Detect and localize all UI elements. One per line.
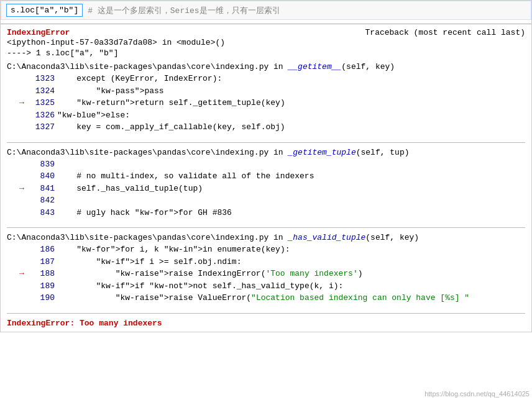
watermark: https://blog.csdn.net/qq_44614025 <box>424 390 530 398</box>
traceback-section: C:\Anaconda3\lib\site-packages\pandas\co… <box>1 229 531 312</box>
code-line: 1327 key = com._apply_if_callable(key, s… <box>19 121 525 134</box>
sections-container: C:\Anaconda3\lib\site-packages\pandas\co… <box>1 58 531 312</box>
line-number: 1323 <box>33 73 55 85</box>
code-comment: # 这是一个多层索引，Series是一维，只有一层索引 <box>88 5 280 16</box>
traceback-label: Traceback (most recent call last) <box>365 28 525 37</box>
line-number: 189 <box>33 280 55 293</box>
main-container: s.loc["a","b"] # 这是一个多层索引，Series是一维，只有一层… <box>0 0 532 332</box>
footer-error: IndexingError: Too many indexers <box>1 315 531 332</box>
section-divider <box>7 142 525 143</box>
line-code-text: # no multi-index, so validate all of the… <box>57 170 314 183</box>
line-number: 186 <box>33 243 55 256</box>
line-arrow: → <box>19 183 30 195</box>
line-code-text: "kw-for">for i, k "kw-in">in enumerate(k… <box>57 243 290 256</box>
code-line: 840 # no multi-index, so validate all of… <box>19 170 525 183</box>
line-number: 1325 <box>33 97 55 109</box>
line-number: 188 <box>33 268 55 280</box>
line-number: 841 <box>33 183 55 195</box>
traceback-file-line: C:\Anaconda3\lib\site-packages\pandas\co… <box>7 62 525 71</box>
code-input-box: s.loc["a","b"] <box>6 4 83 17</box>
code-line: 187 "kw-if">if i >= self.obj.ndim: <box>19 256 525 268</box>
line-number: 190 <box>33 292 55 304</box>
code-line: 1324 "kw-pass">pass <box>19 85 525 98</box>
line-number: 839 <box>33 158 55 171</box>
line-code-text: "kw-if">if i >= self.obj.ndim: <box>57 256 241 268</box>
traceback-section: C:\Anaconda3\lib\site-packages\pandas\co… <box>1 144 531 227</box>
traceback-file-line: C:\Anaconda3\lib\site-packages\pandas\co… <box>7 148 525 157</box>
line-code-text: "kw-if">if "kw-not">not self._has_valid_… <box>57 280 343 293</box>
line-number: 187 <box>33 256 55 268</box>
line-number: 840 <box>33 170 55 183</box>
line-number: 1326 <box>33 109 55 122</box>
bottom-divider <box>7 313 525 314</box>
traceback-header-row: IndexingError Traceback (most recent cal… <box>1 28 531 37</box>
line-code-text: "kw-pass">pass <box>57 85 164 98</box>
line-code-text: "kw-return">return self._getitem_tuple(k… <box>57 97 285 109</box>
line-code-text: key = com._apply_if_callable(key, self.o… <box>57 121 285 134</box>
top-divider <box>1 24 531 24</box>
code-lines-block: 839840 # no multi-index, so validate all… <box>7 158 525 223</box>
arrow-line: ----> 1 s.loc["a", "b"] <box>1 48 531 58</box>
line-number: 1327 <box>33 121 55 134</box>
code-line: 1323 except (KeyError, IndexError): <box>19 73 525 85</box>
code-line: 843 # ugly hack "kw-for">for GH #836 <box>19 207 525 219</box>
line-code-text: except (KeyError, IndexError): <box>57 73 222 85</box>
error-type-label: IndexingError <box>7 28 70 37</box>
line-number: 842 <box>33 194 55 207</box>
line-code-text: "kw-blue">else: <box>57 109 130 122</box>
input-ref-line: <ipython-input-57-0a33d7a7da08> in <modu… <box>1 37 531 48</box>
line-arrow: → <box>19 268 30 280</box>
line-code-text: "kw-raise">raise IndexingError('Too many… <box>57 268 363 280</box>
code-line: 842 <box>19 194 525 207</box>
code-line: →1325 "kw-return">return self._getitem_t… <box>19 97 525 109</box>
code-header: s.loc["a","b"] # 这是一个多层索引，Series是一维，只有一层… <box>1 1 531 20</box>
code-line: 1326"kw-blue">else: <box>19 109 525 122</box>
line-number: 843 <box>33 207 55 219</box>
line-code-text: self._has_valid_tuple(tup) <box>57 183 203 195</box>
code-line: →841 self._has_valid_tuple(tup) <box>19 183 525 195</box>
code-line: →188 "kw-raise">raise IndexingError('Too… <box>19 268 525 280</box>
code-line: 186 "kw-for">for i, k "kw-in">in enumera… <box>19 243 525 256</box>
code-line: 190 "kw-raise">raise ValueError("Locatio… <box>19 292 525 304</box>
line-code-text: # ugly hack "kw-for">for GH #836 <box>57 207 232 219</box>
traceback-file-line: C:\Anaconda3\lib\site-packages\pandas\co… <box>7 233 525 242</box>
section-divider <box>7 227 525 228</box>
code-lines-block: 1323 except (KeyError, IndexError):1324 … <box>7 73 525 137</box>
code-line: 839 <box>19 158 525 171</box>
line-number: 1324 <box>33 85 55 98</box>
code-line: 189 "kw-if">if "kw-not">not self._has_va… <box>19 280 525 293</box>
traceback-section: C:\Anaconda3\lib\site-packages\pandas\co… <box>1 58 531 141</box>
line-code-text: "kw-raise">raise ValueError("Location ba… <box>57 292 469 304</box>
code-lines-block: 186 "kw-for">for i, k "kw-in">in enumera… <box>7 243 525 308</box>
line-arrow: → <box>19 97 30 109</box>
